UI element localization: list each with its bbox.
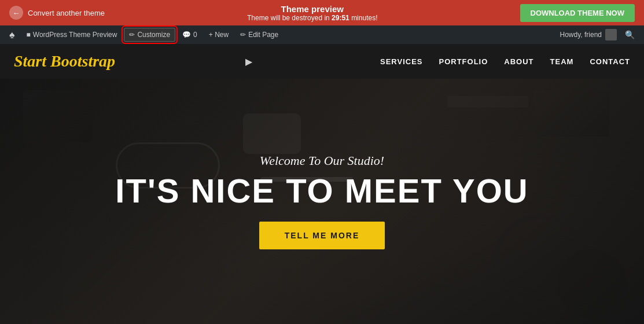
theme-preview-label: WordPress Theme Preview <box>33 31 117 39</box>
edit-page-icon: ✏ <box>240 31 246 39</box>
download-theme-button[interactable]: DOWNLOAD THEME NOW <box>520 4 635 22</box>
site-nav: SERVICES PORTFOLIO ABOUT TEAM CONTACT <box>380 57 630 66</box>
timer: 29:51 <box>332 14 349 22</box>
cursor: ▶ <box>245 56 252 67</box>
nav-services[interactable]: SERVICES <box>380 57 423 66</box>
timer-suffix: minutes! <box>351 14 377 22</box>
nav-contact[interactable]: CONTACT <box>590 57 630 66</box>
admin-bar: ♠ ■ WordPress Theme Preview ✏ Customize … <box>0 25 644 44</box>
new-label: + New <box>209 31 229 39</box>
customize-icon: ✏ <box>129 31 135 39</box>
back-icon[interactable]: ← <box>9 6 23 20</box>
hero-subtitle: Welcome To Our Studio! <box>115 153 528 168</box>
comments-count: 0 <box>193 31 197 39</box>
howdy-label: Howdy, friend <box>560 31 602 39</box>
avatar <box>605 29 617 41</box>
preview-subtitle: Theme will be destroyed in 29:51 minutes… <box>247 14 377 22</box>
theme-preview-icon: ■ <box>27 31 31 39</box>
convert-label: Convert another theme <box>28 9 105 17</box>
comment-icon: 💬 <box>182 31 191 39</box>
preview-info: Theme preview Theme will be destroyed in… <box>247 4 377 22</box>
hero-section: Welcome To Our Studio! IT'S NICE TO MEET… <box>0 79 644 324</box>
nav-about[interactable]: ABOUT <box>504 57 533 66</box>
comments-item[interactable]: 💬 0 <box>178 25 202 44</box>
search-icon[interactable]: 🔍 <box>620 30 639 39</box>
howdy-section: Howdy, friend 🔍 <box>560 29 639 41</box>
site-logo[interactable]: Start Bootstrap <box>14 52 115 71</box>
notification-bar: ← Convert another theme Theme preview Th… <box>0 0 644 25</box>
edit-page-label: Edit Page <box>248 31 278 39</box>
hero-content: Welcome To Our Studio! IT'S NICE TO MEET… <box>115 153 528 249</box>
new-item[interactable]: + New <box>204 25 233 44</box>
nav-team[interactable]: TEAM <box>550 57 574 66</box>
hero-title: IT'S NICE TO MEET YOU <box>115 174 528 208</box>
wp-icon: ♠ <box>9 29 15 41</box>
convert-section: ← Convert another theme <box>9 6 105 20</box>
customize-button[interactable]: ✏ Customize <box>124 28 175 42</box>
hero-cta-button[interactable]: TELL ME MORE <box>259 222 385 249</box>
nav-portfolio[interactable]: PORTFOLIO <box>439 57 488 66</box>
subtitle-text: Theme will be destroyed in <box>247 14 330 22</box>
wp-logo-item[interactable]: ♠ <box>5 25 20 44</box>
theme-preview-item[interactable]: ■ WordPress Theme Preview <box>22 25 122 44</box>
site-header: Start Bootstrap ▶ SERVICES PORTFOLIO ABO… <box>0 44 644 79</box>
preview-title: Theme preview <box>247 4 377 14</box>
customize-label: Customize <box>137 31 170 39</box>
edit-page-item[interactable]: ✏ Edit Page <box>235 25 283 44</box>
